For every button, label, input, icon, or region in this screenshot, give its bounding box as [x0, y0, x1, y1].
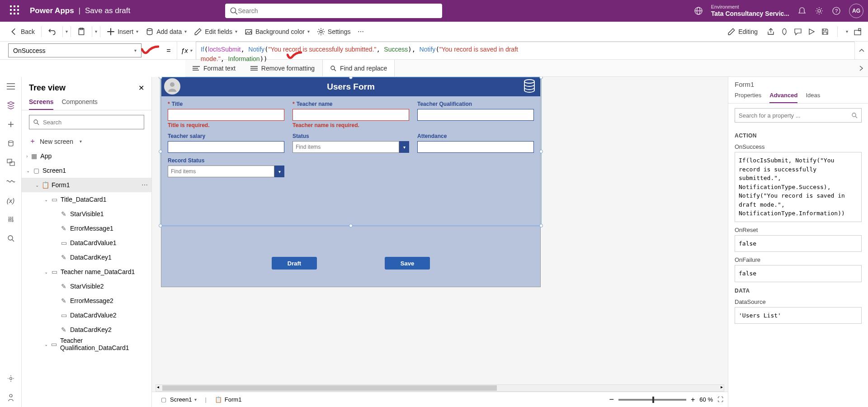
value-onreset[interactable]: false	[735, 235, 862, 252]
value-onsuccess[interactable]: If(locIsSubmit, Notify("You record is su…	[735, 152, 862, 222]
tree-search[interactable]	[29, 115, 144, 129]
back-button[interactable]: Back	[6, 25, 38, 38]
paste-chevron[interactable]: ▾	[95, 29, 97, 34]
tree-item-screen1[interactable]: ⌄ ▢ Screen1	[22, 163, 151, 178]
zoom-slider[interactable]	[618, 399, 686, 401]
new-screen-button[interactable]: ＋ New screen ▾	[22, 134, 151, 149]
input-attendance[interactable]	[417, 141, 534, 153]
tab-components[interactable]: Components	[61, 98, 97, 110]
chevron-down-icon[interactable]: ▾	[274, 166, 284, 177]
undo-chevron[interactable]: ▾	[66, 29, 68, 34]
tree-search-input[interactable]	[43, 119, 140, 126]
search-input[interactable]	[238, 7, 438, 14]
tree-item-tq-dc[interactable]: ⌄ ▭ Teacher Qualification_DataCard1	[22, 337, 151, 351]
app-screen-preview[interactable]: Users Form *Title Title is required. *Te…	[161, 77, 541, 287]
zoom-in-button[interactable]: +	[691, 396, 695, 404]
expand-formula-icon[interactable]	[854, 42, 868, 59]
formula-input[interactable]: If(locIsSubmit, Notify("You record is su…	[196, 42, 854, 59]
tree-item-app[interactable]: › ▦ App	[22, 149, 151, 163]
crumb-screen[interactable]: ▢ Screen1 ▾	[156, 394, 200, 405]
svg-line-37	[37, 123, 39, 125]
zoom-out-button[interactable]: −	[609, 395, 614, 404]
notifications-icon[interactable]	[797, 6, 807, 15]
tree-item-title-dc[interactable]: ⌄ ▭ Title_DataCard1	[22, 192, 151, 207]
tree-list: › ▦ App ⌄ ▢ Screen1 ⌄ 📋 Form1 ⋯ ⌄ ▭ Titl…	[22, 149, 151, 407]
checker-icon[interactable]	[780, 28, 788, 36]
crumb-form[interactable]: 📋 Form1	[211, 394, 245, 405]
tree-item-dcv1[interactable]: ▭ DataCardValue1	[22, 236, 151, 250]
settings-rail-icon[interactable]	[6, 374, 16, 383]
chevron-down-icon[interactable]: ▾	[399, 141, 409, 153]
tab-advanced[interactable]: Advanced	[769, 92, 797, 103]
input-qualification[interactable]	[417, 109, 534, 121]
svg-point-39	[524, 80, 534, 83]
editing-mode[interactable]: Editing	[724, 25, 761, 38]
tab-properties[interactable]: Properties	[735, 92, 761, 103]
user-avatar[interactable]: AG	[849, 4, 863, 18]
preview-icon[interactable]	[807, 28, 816, 36]
property-search[interactable]	[735, 108, 862, 123]
more-button[interactable]: ⋯	[354, 25, 368, 38]
tree-item-star2[interactable]: ✎ StarVisible2	[22, 279, 151, 293]
svg-point-36	[34, 120, 38, 123]
bg-color-button[interactable]: Background color ▾	[241, 25, 313, 38]
tree-item-teacher-dc[interactable]: ⌄ ▭ Teacher name_DataCard1	[22, 265, 151, 279]
comments-icon[interactable]	[794, 28, 802, 36]
svg-point-30	[10, 218, 11, 219]
close-icon[interactable]: ✕	[138, 84, 144, 92]
settings-icon[interactable]	[815, 6, 824, 15]
edit-fields-button[interactable]: Edit fields ▾	[190, 25, 241, 38]
tree-item-dcv2[interactable]: ▭ DataCardValue2	[22, 308, 151, 322]
input-teacher-name[interactable]	[292, 109, 409, 121]
fit-icon[interactable]: ⛶	[717, 396, 723, 403]
insert-rail-icon[interactable]	[6, 119, 16, 129]
save-button[interactable]: Save	[385, 257, 430, 270]
share-icon[interactable]	[767, 28, 775, 36]
tree-item-err2[interactable]: ✎ ErrorMessage2	[22, 293, 151, 308]
horizontal-scrollbar[interactable]: ◂ ▸	[156, 384, 724, 392]
property-search-input[interactable]	[739, 112, 851, 119]
tab-ideas[interactable]: Ideas	[806, 92, 820, 103]
input-status[interactable]	[292, 141, 399, 153]
undo-button[interactable]	[44, 25, 60, 38]
app-launcher-icon[interactable]	[10, 5, 21, 16]
input-salary[interactable]	[168, 141, 284, 153]
settings-button[interactable]: Settings	[313, 25, 354, 38]
search-rail-icon[interactable]	[6, 233, 16, 243]
tab-screens[interactable]: Screens	[29, 98, 53, 110]
property-selector[interactable]: OnSuccess ▾	[8, 43, 142, 57]
global-search[interactable]	[225, 4, 442, 18]
data-rail-icon[interactable]	[6, 138, 16, 148]
insert-button[interactable]: Insert ▾	[103, 25, 142, 38]
value-datasource[interactable]: 'Users List'	[735, 307, 862, 324]
input-title[interactable]	[168, 109, 284, 121]
canvas[interactable]: Users Form *Title Title is required. *Te…	[152, 77, 728, 382]
find-replace-button[interactable]: Find and replace	[322, 60, 395, 76]
flows-rail-icon[interactable]	[6, 176, 16, 186]
tools-rail-icon[interactable]	[6, 214, 16, 224]
draft-button[interactable]: Draft	[272, 257, 317, 270]
save-chevron[interactable]: ▾	[846, 29, 848, 34]
environment-picker[interactable]: Environment Tata Consultancy Servic...	[711, 4, 789, 18]
tree-item-star1[interactable]: ✎ StarVisible1	[22, 207, 151, 221]
more-icon[interactable]: ⋯	[142, 181, 148, 189]
formula-result-arrow[interactable]	[854, 60, 868, 76]
input-record-status[interactable]	[168, 166, 274, 177]
tree-item-dck1[interactable]: ✎ DataCardKey1	[22, 250, 151, 265]
tree-item-form1[interactable]: ⌄ 📋 Form1 ⋯	[22, 178, 151, 192]
crumb-form-label: Form1	[225, 396, 242, 403]
tree-view-icon[interactable]	[6, 100, 16, 110]
publish-icon[interactable]	[854, 28, 862, 36]
fx-label[interactable]: ƒx ▾	[177, 42, 196, 59]
help-icon[interactable]: ?	[832, 6, 841, 15]
ai-rail-icon[interactable]	[6, 393, 16, 402]
paste-button[interactable]	[74, 25, 89, 38]
hamburger-icon[interactable]	[6, 81, 16, 91]
tree-item-err1[interactable]: ✎ ErrorMessage1	[22, 221, 151, 236]
save-icon[interactable]	[821, 28, 829, 36]
add-data-button[interactable]: Add data ▾	[142, 25, 190, 38]
variables-rail-icon[interactable]: (x)	[6, 195, 16, 205]
tree-item-dck2[interactable]: ✎ DataCardKey2	[22, 322, 151, 337]
value-onfailure[interactable]: false	[735, 265, 862, 282]
media-rail-icon[interactable]	[6, 157, 16, 167]
